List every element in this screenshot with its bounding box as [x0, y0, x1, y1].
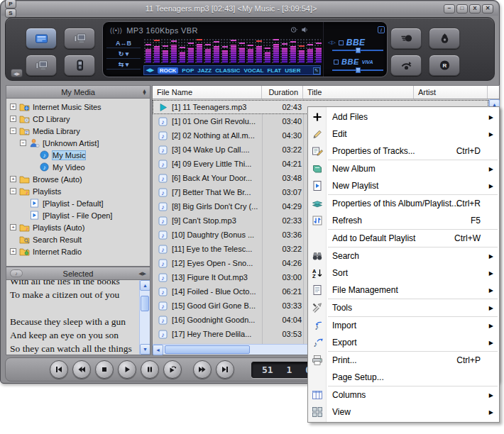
play-mode-button[interactable] — [163, 360, 182, 379]
stop-button[interactable] — [95, 360, 114, 379]
menu-item-columns[interactable]: Columns▶ — [308, 386, 499, 404]
menu-item-import[interactable]: ♪Import▶ — [308, 317, 499, 334]
eq-preset-jazz[interactable]: JAZZ — [197, 67, 212, 74]
play-button[interactable] — [118, 360, 136, 379]
menu-item-properties-of-this-album-playlist[interactable]: Properties of this Album/Playlist...Ctrl… — [308, 195, 499, 212]
eq-preset-user[interactable]: USER — [285, 67, 300, 74]
tree-item-my-music[interactable]: ♪My Music — [6, 149, 150, 161]
analyzer-peak — [299, 45, 305, 47]
display-edit-icon[interactable]: ✎ — [313, 67, 320, 74]
record-button[interactable]: R — [429, 55, 460, 76]
menu-item-sort[interactable]: AZSort▶ — [308, 265, 499, 282]
rewind-button[interactable] — [72, 360, 91, 379]
bbe-viva-slider[interactable] — [332, 67, 383, 73]
tree-item-playlists-auto[interactable]: +♪Playlists (Auto) — [6, 221, 150, 233]
sort-arrows-icon[interactable]: ▲▼ — [142, 89, 146, 95]
sound-effect-button[interactable] — [390, 28, 422, 49]
playlist-window-button[interactable] — [26, 28, 57, 49]
menu-item-export[interactable]: ♪Export▶ — [308, 334, 499, 351]
exit-button[interactable]: ✕ — [482, 4, 493, 13]
portable-device-button[interactable] — [64, 55, 95, 76]
menu-item-add-to-default-playlist[interactable]: Add to Default PlaylistCtrl+W — [308, 230, 499, 247]
speaker-icon[interactable] — [301, 26, 309, 33]
time-mode-icon[interactable] — [290, 26, 298, 33]
menu-item-page-setup[interactable]: Page Setup... — [308, 369, 499, 386]
menu-item-search[interactable]: Search▶ — [308, 247, 499, 265]
scroll-thumb[interactable] — [141, 296, 149, 311]
tree-expander-icon[interactable]: − — [10, 128, 16, 134]
tree-item-media-library[interactable]: −Media Library — [6, 125, 150, 137]
tree-item-browse-auto[interactable]: +Browse (Auto) — [6, 173, 150, 185]
tree-expander-icon[interactable]: + — [10, 116, 16, 122]
tree-item-my-video[interactable]: ♪My Video — [6, 161, 150, 173]
selected-nav-arrows-icon[interactable]: ◀▶ — [138, 271, 146, 277]
forward-button[interactable] — [193, 360, 212, 379]
bbe-toggle-arrows-icon[interactable]: ◁▷ — [328, 40, 336, 45]
menu-item-new-album[interactable]: New Album▶ — [308, 160, 499, 177]
ab-repeat-button[interactable]: A↔B — [106, 39, 141, 48]
menu-item-refresh[interactable]: RefreshF5 — [308, 212, 499, 229]
info-icon[interactable]: i — [378, 26, 385, 33]
title-bar[interactable]: PS 11 Teenagers.mp3 [02:43] <My Music - … — [1, 1, 498, 16]
titlebar-left-buttons: PS — [5, 0, 18, 18]
tree-expander-icon[interactable]: + — [10, 248, 16, 255]
lyrics-scrollbar[interactable]: ▲ ▼ — [139, 280, 150, 355]
eq-preset-rock[interactable]: ROCK — [158, 67, 179, 74]
shuffle-mode-button[interactable]: ⇆ ▾ — [106, 60, 141, 69]
preset-button[interactable]: P — [5, 0, 16, 9]
next-button[interactable] — [216, 360, 234, 379]
analyzer-peak — [282, 43, 287, 45]
tree-expander-icon[interactable]: + — [10, 176, 16, 182]
tree-expander-icon[interactable]: + — [10, 224, 16, 230]
eq-preset-classic[interactable]: CLASSIC — [215, 67, 240, 74]
tree-expander-icon[interactable]: − — [20, 140, 26, 146]
menu-item-new-playlist[interactable]: New Playlist▶ — [308, 177, 499, 194]
panel-collapse-button[interactable]: ◀▶ — [11, 69, 23, 77]
previous-button[interactable] — [50, 360, 68, 379]
eq-preset-pop[interactable]: POP — [182, 67, 194, 74]
close-button[interactable]: X — [469, 4, 481, 13]
scroll-left-icon[interactable]: ◄ — [153, 345, 163, 355]
tree-item-search-result[interactable]: Search Result — [6, 233, 150, 245]
visualization-window-button[interactable] — [26, 55, 57, 76]
tree-item-playlist-file-open[interactable]: [Playlist - File Open] — [6, 209, 150, 221]
preset-scroll-arrows-icon[interactable]: ◀▶ — [146, 67, 154, 73]
column-header-title[interactable]: Title — [303, 86, 414, 99]
menu-item-edit[interactable]: Edit▶ — [308, 126, 499, 143]
restore-button[interactable]: □ — [456, 4, 468, 13]
column-header-file-name[interactable]: File Name — [153, 86, 262, 99]
menu-item-file-management[interactable]: File Management▶ — [308, 282, 499, 299]
tree-item-unknown-artist[interactable]: −[Unknown Artist] — [6, 137, 150, 149]
tree-expander-icon[interactable]: + — [10, 104, 16, 110]
video-window-button[interactable] — [64, 28, 95, 49]
menu-item-view[interactable]: View▶ — [308, 404, 499, 421]
eq-preset-vocal[interactable]: VOCAL — [243, 67, 263, 74]
tree-item-playlist-default[interactable]: [Playlist - Default] — [6, 197, 150, 209]
tree-item-playlists[interactable]: −♪Playlists — [6, 185, 150, 197]
minimize-button[interactable]: − — [444, 4, 455, 13]
tree-item-cd-library[interactable]: +CD Library — [6, 113, 150, 125]
scroll-down-icon[interactable]: ▼ — [140, 344, 150, 355]
column-header-artist[interactable]: Artist — [414, 86, 488, 99]
eq-preset-flat[interactable]: FLAT — [267, 67, 281, 74]
x-bass-button[interactable] — [429, 28, 460, 49]
scroll-up-icon[interactable]: ▲ — [140, 280, 150, 291]
selected-header[interactable]: ♪ Selected ◀▶ — [6, 267, 150, 280]
menu-item-add-files[interactable]: Add Files▶ — [308, 108, 499, 126]
tree-item-internet-music-sites[interactable]: +Internet Music Sites — [6, 101, 150, 113]
repeat-mode-button[interactable]: ↻ ▾ — [106, 50, 141, 59]
tree-item-label: My Music — [53, 151, 85, 160]
column-header-duration[interactable]: Duration — [262, 86, 303, 99]
pause-button[interactable] — [141, 360, 159, 379]
bbe-viva-checkbox[interactable] — [334, 60, 339, 65]
bbe-slider[interactable] — [332, 48, 383, 53]
menu-item-tools[interactable]: Tools▶ — [308, 299, 499, 316]
tree-item-internet-radio[interactable]: +Internet Radio — [6, 245, 150, 257]
crossfade-button[interactable] — [390, 55, 422, 76]
my-media-header[interactable]: My Media ▲▼ — [6, 85, 150, 99]
bbe-checkbox[interactable] — [339, 40, 344, 45]
scroll-thumb[interactable] — [165, 345, 250, 354]
tree-expander-icon[interactable]: − — [10, 188, 16, 194]
menu-item-print[interactable]: Print...Ctrl+P — [308, 352, 499, 369]
menu-item-properties-of-tracks[interactable]: Properties of Tracks...Ctrl+D — [308, 143, 499, 160]
